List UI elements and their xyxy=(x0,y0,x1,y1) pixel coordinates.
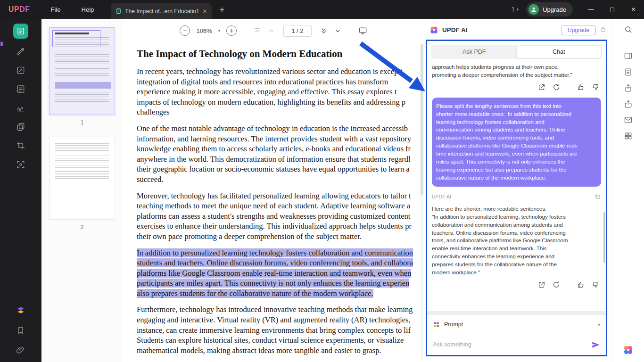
thumb-highlight-block xyxy=(55,82,111,89)
page-thumbnail-1[interactable]: 1 xyxy=(49,27,115,126)
document-paragraph: One of the most notable advantage of tec… xyxy=(137,123,424,185)
ai-tab-switcher: Ask PDF Chat xyxy=(431,45,602,59)
ocr-tool-button[interactable] xyxy=(15,158,27,171)
message-actions xyxy=(434,83,599,93)
copy-icon[interactable] xyxy=(594,193,601,201)
presentation-mode-button[interactable] xyxy=(358,26,367,35)
document-paragraph: Moreover, technology has facilitated per… xyxy=(137,191,424,242)
ai-brand-label: UPDF AI xyxy=(442,26,468,33)
notification-dot xyxy=(0,41,3,46)
toolbar-divider xyxy=(245,26,245,35)
user-message: Please split the lengthy sentences from … xyxy=(432,98,601,187)
regenerate-icon[interactable] xyxy=(553,83,560,93)
crop-tool-button[interactable] xyxy=(15,140,27,152)
document-tab[interactable]: The Impact of...ern Educatio1 ✕ xyxy=(111,3,212,19)
organize-pages-tool-button[interactable] xyxy=(15,121,27,133)
page-indicator[interactable]: 1 / 2 xyxy=(283,25,311,37)
thumb-text-lines xyxy=(55,171,109,180)
view-toolbar: − 106% ▾ + 1 / 2 xyxy=(123,19,424,42)
thumb-text-lines xyxy=(55,92,109,102)
close-button[interactable]: ✕ xyxy=(623,0,644,19)
annotate-tool-button[interactable] xyxy=(15,45,27,58)
assistant-message: Here are the shorter, more readable sent… xyxy=(432,205,601,277)
menu-file[interactable]: File xyxy=(51,6,61,13)
ai-chat-container: Ask PDF Chat to enhance their understand… xyxy=(427,41,606,355)
attachment-tool-button[interactable] xyxy=(15,344,27,356)
upgrade-label: Upgrade xyxy=(543,6,566,13)
panel-gap xyxy=(427,311,606,315)
thumbs-up-icon[interactable] xyxy=(577,281,585,290)
page-thumbnail-2[interactable]: 2 xyxy=(49,137,115,230)
prompt-selector[interactable]: Prompt ▾ xyxy=(427,315,606,334)
page-1-label: 1 xyxy=(49,119,115,126)
ask-input[interactable] xyxy=(433,341,587,348)
pdf-page: The Impact of Technology on Modern Educa… xyxy=(137,48,424,362)
tab-close-icon[interactable]: ✕ xyxy=(202,8,207,15)
thumbnail-1-preview xyxy=(49,27,115,115)
thumbnail-2-preview xyxy=(49,137,115,220)
thumb-text-lines xyxy=(55,156,109,168)
tab-title: The Impact of...ern Educatio1 xyxy=(125,8,199,15)
next-pages-button[interactable] xyxy=(320,27,328,35)
search-icon[interactable] xyxy=(624,25,633,34)
toolbar-divider xyxy=(350,26,350,35)
avatar xyxy=(528,4,539,15)
updf-ai-panel: UPDF AI Upgrade Ask PDF Chat to enhance … xyxy=(424,19,612,362)
titlebar: UPDF File Help The Impact of...ern Educa… xyxy=(0,0,644,19)
tab-chat[interactable]: Chat xyxy=(517,46,602,58)
mail-icon[interactable] xyxy=(624,115,633,124)
apps-grid-icon[interactable] xyxy=(624,132,633,140)
clipboard-icon[interactable] xyxy=(624,67,633,76)
panel-toggle-icon[interactable] xyxy=(624,51,633,60)
sign-tool-button[interactable] xyxy=(15,102,27,114)
zoom-level: 106% xyxy=(196,27,212,34)
thumbnail-viewport-indicator xyxy=(52,30,100,47)
first-page-button[interactable] xyxy=(253,27,261,35)
main-area: − 106% ▾ + 1 / 2 The Impact of Technolog… xyxy=(123,19,424,362)
thumbnail-panel: 1 2 xyxy=(41,19,123,362)
document-paragraph-highlighted: In addition to personalized learning tec… xyxy=(137,248,424,299)
new-tab-button[interactable]: + xyxy=(219,5,224,14)
document-paragraph: In recent years, technology has revoluti… xyxy=(137,66,424,117)
ai-upgrade-button[interactable]: Upgrade xyxy=(561,25,596,35)
thumbs-down-icon[interactable] xyxy=(592,83,599,93)
previous-page-button[interactable] xyxy=(267,27,275,35)
layers-icon[interactable] xyxy=(15,304,27,317)
ai-tabs-row: Ask PDF Chat xyxy=(427,41,606,62)
export-document-icon[interactable] xyxy=(624,83,633,92)
menu-help[interactable]: Help xyxy=(82,6,94,13)
share-icon[interactable] xyxy=(624,99,633,108)
ai-panel-header: UPDF AI Upgrade xyxy=(424,19,612,41)
zoom-in-button[interactable]: + xyxy=(226,25,237,36)
open-documents-dropdown[interactable]: 1 ▾ xyxy=(512,6,519,13)
thumbs-down-icon[interactable] xyxy=(592,281,599,290)
page-2-label: 2 xyxy=(49,224,115,230)
thumb-text-lines xyxy=(55,68,109,79)
document-scrollbar[interactable] xyxy=(421,43,423,361)
zoom-out-button[interactable]: − xyxy=(180,25,190,36)
message-actions xyxy=(434,281,599,290)
regenerate-icon[interactable] xyxy=(553,281,560,290)
bookmark-tool-button[interactable] xyxy=(15,324,27,337)
zoom-dropdown-chevron-icon[interactable]: ▾ xyxy=(218,28,221,33)
assistant-message-clipped: to enhance their understanding. This ind… xyxy=(432,62,601,79)
upgrade-account-button[interactable]: Upgrade xyxy=(526,2,573,16)
thumb-text-lines xyxy=(55,143,109,152)
prompt-label: Prompt xyxy=(444,321,463,328)
document-scrollbar-thumb[interactable] xyxy=(421,44,423,195)
maximize-button[interactable]: ▢ xyxy=(602,0,623,19)
reader-tool-button[interactable] xyxy=(13,24,28,39)
send-icon[interactable] xyxy=(591,340,600,349)
external-link-icon[interactable] xyxy=(538,83,545,93)
ai-assistant-launcher-icon[interactable] xyxy=(623,345,634,355)
tab-document-icon xyxy=(116,8,122,14)
chat-scrollbar-thumb[interactable] xyxy=(603,212,605,263)
tab-ask-pdf[interactable]: Ask PDF xyxy=(432,46,517,58)
prompt-chevron-icon: ▾ xyxy=(598,322,600,327)
form-tool-button[interactable] xyxy=(15,83,27,95)
next-page-button[interactable] xyxy=(334,27,342,35)
external-link-icon[interactable] xyxy=(538,281,545,290)
thumbs-up-icon[interactable] xyxy=(577,83,585,93)
edit-tool-button[interactable] xyxy=(15,64,27,76)
minimize-button[interactable]: — xyxy=(580,0,602,19)
